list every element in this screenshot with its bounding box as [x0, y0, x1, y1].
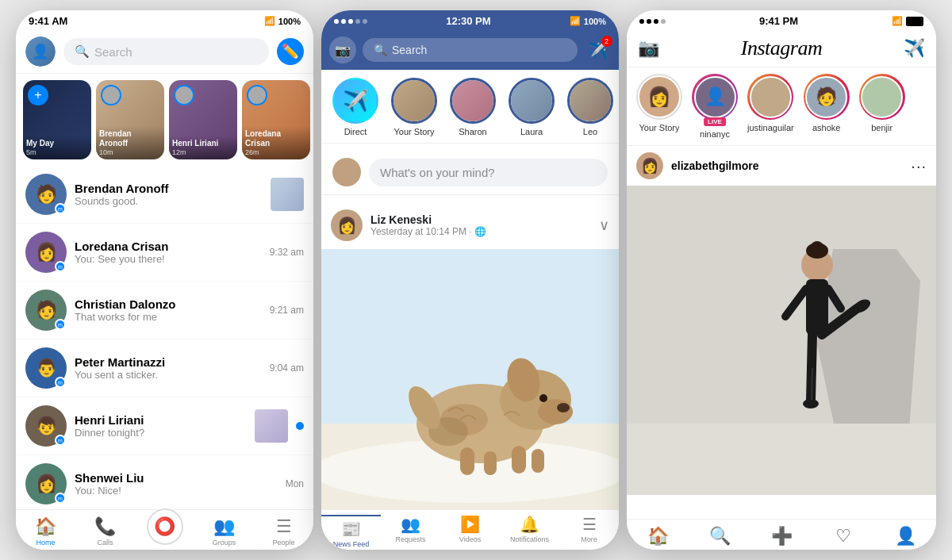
fb-sharon-label: Sharon — [459, 127, 486, 136]
fb-post-input[interactable]: What's on your mind? — [369, 159, 608, 186]
ig-nav-heart[interactable]: ♡ — [812, 526, 874, 547]
story-loredana-overlay: Loredana Crisan 26m — [242, 126, 310, 159]
ig-story-yourstory[interactable]: 👩 Your Story — [636, 74, 682, 139]
fb-messenger-icon: ✈️ 2 — [588, 40, 608, 59]
wifi-icon: 📶 — [264, 16, 275, 26]
signal-dot-4 — [355, 19, 360, 24]
signal-dot-1 — [334, 19, 339, 24]
notifications-icon: 🔔 — [520, 515, 539, 534]
fb-story-sharon[interactable]: Sharon — [450, 78, 496, 136]
dog-svg — [321, 249, 619, 519]
facebook-status-icons: 📶 100% — [570, 16, 606, 26]
messenger-status-bar: 9:41 AM 📶 100% — [16, 10, 313, 30]
conv-avatar-brendan: 🧑 m — [25, 174, 67, 215]
messenger-search-bar[interactable]: 🔍 Search — [63, 38, 269, 65]
instagram-bottom-nav: 🏠 🔍 ➕ ♡ 👤 — [627, 519, 936, 550]
messenger-stories-row: + My Day 5m Brendan Aronoff 10m Henri Li… — [16, 74, 313, 166]
conv-name-shenwei: Shenwei Liu — [75, 471, 278, 485]
fb-search-bar[interactable]: 🔍 Search — [363, 38, 578, 62]
fb-stories-row: ✈️ Direct Your Story Sharon Laura Leo — [321, 70, 619, 144]
fb-direct-circle: ✈️ — [332, 78, 378, 124]
svg-rect-14 — [512, 446, 526, 474]
ig-ashoke-label: ashoke — [812, 123, 840, 132]
fb-post-meta: Liz Keneski Yesterday at 10:14 PM · 🌐 — [370, 213, 591, 237]
story-henri[interactable]: Henri Liriani 12m — [169, 80, 237, 159]
conv-time-loredana: 9:32 am — [270, 247, 304, 258]
conv-henri[interactable]: 👦 m Henri Liriani Dinner tonight? — [16, 397, 313, 455]
fb-direct-label: Direct — [344, 127, 367, 136]
fb-story-yourstory[interactable]: Your Story — [391, 78, 437, 136]
nav-home[interactable]: 🏠 Home — [16, 516, 75, 547]
requests-icon: 👥 — [401, 515, 420, 534]
story-myday[interactable]: + My Day 5m — [23, 80, 91, 159]
ig-signal-dots — [639, 19, 666, 24]
conv-avatar-henri-list: 👦 m — [25, 405, 67, 447]
fb-nav-more[interactable]: ☰ More — [559, 515, 619, 548]
fb-story-leo[interactable]: Leo — [567, 78, 613, 136]
ig-ninanyc-label: ninanyc — [700, 129, 730, 139]
instagram-logo: Instagram — [741, 36, 822, 60]
conv-loredana[interactable]: 👩 m Loredana Crisan You: See you there! … — [16, 224, 313, 282]
fb-post-collapse-button[interactable]: ∨ — [599, 217, 609, 234]
fb-yourstory-label: Your Story — [394, 127, 435, 136]
signal-dot-5 — [363, 19, 367, 24]
conv-content-loredana: Loredana Crisan You: See you there! — [75, 240, 262, 265]
conv-shenwei[interactable]: 👩 m Shenwei Liu You: Nice! Mon — [16, 455, 313, 513]
fb-yourstory-avatar — [393, 80, 435, 121]
ig-nav-profile[interactable]: 👤 — [874, 526, 936, 547]
ig-post-username: elizabethgilmore — [671, 159, 903, 172]
ig-profile-icon: 👤 — [895, 526, 916, 547]
story-loredana[interactable]: Loredana Crisan 26m — [242, 80, 310, 159]
ig-post-image — [627, 186, 936, 495]
conv-name-christian: Christian Dalonzo — [75, 297, 262, 311]
ig-send-icon[interactable]: ✈️ — [904, 38, 925, 59]
ig-nav-search[interactable]: 🔍 — [689, 526, 750, 547]
fb-laura-avatar — [511, 80, 552, 121]
fb-story-direct[interactable]: ✈️ Direct — [332, 78, 378, 136]
nav-groups[interactable]: 👥 Groups — [194, 516, 254, 547]
ig-post-avatar: 👩 — [636, 152, 663, 179]
fb-yourstory-circle — [391, 78, 437, 124]
story-avatar-brendan — [101, 85, 121, 105]
ig-nav-home[interactable]: 🏠 — [627, 526, 689, 547]
compose-button[interactable]: ✏️ — [277, 38, 304, 65]
nav-people[interactable]: ☰ People — [254, 516, 313, 547]
conv-christian[interactable]: 🧑 m Christian Dalonzo That works for me … — [16, 282, 313, 339]
nav-camera[interactable]: ⭕ — [135, 516, 194, 547]
fb-nav-notifications[interactable]: 🔔 Notifications — [500, 515, 559, 548]
ig-post-more-button[interactable]: ··· — [911, 157, 927, 175]
messenger-badge: 2 — [601, 36, 612, 47]
ig-story-ninanyc[interactable]: 👤 LIVE ninanyc — [692, 74, 738, 139]
conv-peter[interactable]: 👨 m Peter Martinazzi You sent a sticker.… — [16, 339, 313, 397]
ig-add-icon: ➕ — [771, 526, 793, 547]
calls-icon: 📞 — [94, 516, 116, 537]
ig-camera-icon[interactable]: 📷 — [638, 38, 659, 59]
fb-user-avatar — [332, 158, 361, 186]
battery-icon: 100% — [278, 17, 301, 26]
camera-center-button[interactable]: ⭕ — [147, 508, 183, 545]
conv-brendan[interactable]: 🧑 m Brendan Aronoff Sounds good. — [16, 166, 313, 224]
fb-story-laura[interactable]: Laura — [509, 78, 555, 136]
nav-calls[interactable]: 📞 Calls — [75, 516, 135, 547]
ig-nav-add[interactable]: ➕ — [750, 526, 812, 547]
fb-laura-circle — [509, 78, 555, 124]
story-brendan-overlay: Brendan Aronoff 10m — [96, 126, 164, 159]
story-brendan-time: 10m — [99, 148, 161, 156]
user-avatar[interactable]: 👤 — [25, 36, 56, 67]
fb-nav-videos[interactable]: ▶️ Videos — [440, 515, 500, 548]
ig-story-ashoke[interactable]: 🧑 ashoke — [804, 74, 850, 139]
fb-nav-requests[interactable]: 👥 Requests — [381, 515, 440, 548]
fb-post-box: What's on your mind? — [321, 150, 619, 195]
ig-story-justina[interactable]: justinaguilar — [747, 74, 794, 139]
svg-rect-15 — [532, 449, 544, 473]
more-icon: ☰ — [582, 515, 597, 534]
ig-ashoke-avatar: 🧑 — [805, 76, 847, 118]
ig-post-header: 👩 elizabethgilmore ··· — [627, 146, 936, 186]
svg-line-29 — [812, 368, 812, 400]
story-avatar-henri — [174, 85, 194, 105]
story-brendan[interactable]: Brendan Aronoff 10m — [96, 80, 164, 159]
ig-story-benjir[interactable]: benjir — [859, 74, 905, 139]
fb-messenger-button[interactable]: ✈️ 2 — [584, 36, 611, 63]
fb-nav-newsfeed[interactable]: 📰 News Feed — [321, 515, 381, 548]
fb-camera-button[interactable]: 📷 — [329, 36, 356, 63]
